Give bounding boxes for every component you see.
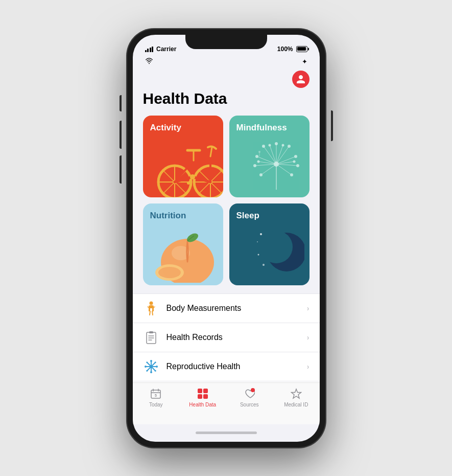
scroll-area[interactable]: Health Data Activity [133, 65, 320, 382]
svg-point-53 [274, 162, 279, 167]
svg-line-34 [255, 164, 276, 166]
signal-bars [145, 46, 154, 52]
mindfulness-card[interactable]: Mindfulness [229, 116, 310, 197]
svg-point-43 [296, 164, 299, 167]
health-records-label: Health Records [166, 333, 307, 342]
activity-label: Activity [150, 123, 181, 133]
mindfulness-label: Mindfulness [236, 123, 287, 133]
svg-point-68 [260, 231, 293, 263]
svg-line-36 [276, 145, 283, 164]
svg-point-51 [293, 160, 295, 163]
nutrition-card[interactable]: Nutrition [143, 203, 223, 285]
svg-line-22 [210, 147, 212, 156]
tab-sources[interactable]: Sources [226, 387, 273, 407]
health-records-icon [143, 329, 159, 346]
svg-point-40 [275, 142, 278, 145]
reproductive-health-label: Reproductive Health [166, 362, 307, 371]
svg-line-73 [152, 311, 153, 315]
silent-switch[interactable] [120, 95, 122, 111]
reproductive-health-icon [143, 358, 159, 375]
activity-card[interactable]: Activity [143, 116, 223, 197]
svg-rect-101 [203, 389, 208, 393]
svg-rect-75 [149, 331, 153, 333]
health-data-icon [196, 387, 209, 400]
tab-medical-id[interactable]: Medical ID [273, 387, 320, 407]
tab-bar: 5 Today Health Data [133, 382, 320, 424]
svg-line-37 [270, 145, 276, 164]
status-bar-row2: ✦ [133, 57, 320, 65]
svg-point-86 [145, 366, 147, 368]
svg-point-65 [263, 264, 265, 266]
reproductive-health-item[interactable]: Reproductive Health › [133, 352, 320, 381]
home-bar [196, 432, 257, 434]
wifi-icon [145, 58, 153, 65]
sources-icon [243, 387, 256, 400]
sources-label: Sources [240, 402, 259, 407]
health-data-label: Health Data [189, 402, 216, 407]
nutrition-label: Nutrition [150, 211, 186, 221]
svg-line-31 [276, 164, 292, 175]
svg-rect-102 [198, 394, 202, 399]
volume-down-button[interactable] [120, 155, 122, 184]
home-indicator-area [133, 424, 320, 442]
tab-today[interactable]: 5 Today [133, 387, 180, 407]
carrier-label: Carrier [156, 46, 176, 53]
svg-point-61 [158, 267, 181, 278]
svg-text:5: 5 [155, 394, 157, 397]
svg-point-62 [260, 233, 262, 235]
svg-point-49 [281, 144, 284, 146]
sleep-label: Sleep [236, 211, 259, 221]
phone-frame: Carrier 9:41 AM 100% ✦ [127, 29, 326, 448]
svg-point-45 [262, 145, 265, 148]
svg-line-17 [194, 156, 210, 161]
today-label: Today [149, 402, 163, 407]
category-grid: Activity [133, 116, 320, 293]
svg-point-104 [251, 388, 255, 392]
svg-rect-103 [203, 394, 208, 399]
svg-point-87 [156, 366, 158, 368]
svg-point-50 [268, 144, 271, 146]
svg-point-66 [257, 241, 258, 242]
svg-point-42 [294, 155, 297, 158]
body-measurements-chevron: › [307, 304, 310, 312]
body-measurements-item[interactable]: Body Measurements › [133, 294, 320, 323]
battery-icon [296, 46, 307, 52]
profile-button[interactable] [292, 71, 310, 88]
bluetooth-icon: ✦ [302, 58, 307, 65]
battery-percentage: 100% [277, 46, 293, 53]
health-records-item[interactable]: Health Records › [133, 323, 320, 352]
svg-point-48 [259, 173, 263, 176]
svg-point-44 [290, 173, 293, 176]
power-button[interactable] [331, 110, 333, 141]
svg-point-46 [255, 155, 258, 158]
body-measurements-label: Body Measurements [166, 304, 307, 313]
svg-point-90 [146, 370, 148, 371]
svg-line-72 [150, 311, 150, 315]
today-icon: 5 [149, 387, 162, 400]
svg-point-25 [187, 182, 190, 185]
notch [185, 35, 267, 49]
svg-point-69 [149, 301, 153, 305]
svg-point-41 [288, 145, 291, 148]
svg-point-64 [257, 254, 259, 255]
svg-point-85 [150, 371, 152, 373]
body-measurements-icon [143, 300, 159, 316]
page-title: Health Data [133, 88, 320, 116]
svg-point-91 [154, 370, 156, 371]
svg-line-30 [276, 164, 298, 166]
svg-point-52 [257, 160, 259, 163]
health-records-chevron: › [307, 333, 310, 342]
svg-point-84 [150, 360, 152, 362]
reproductive-health-chevron: › [307, 362, 310, 371]
sleep-card[interactable]: Sleep [229, 203, 310, 285]
svg-point-55 [258, 151, 260, 153]
tab-health-data[interactable]: Health Data [179, 387, 226, 407]
svg-point-89 [154, 361, 156, 363]
medical-id-label: Medical ID [284, 402, 308, 407]
svg-point-88 [146, 361, 148, 363]
svg-line-35 [261, 164, 276, 175]
medical-id-icon [290, 387, 303, 400]
svg-rect-100 [198, 389, 202, 393]
svg-point-47 [253, 164, 256, 167]
volume-up-button[interactable] [120, 121, 122, 149]
